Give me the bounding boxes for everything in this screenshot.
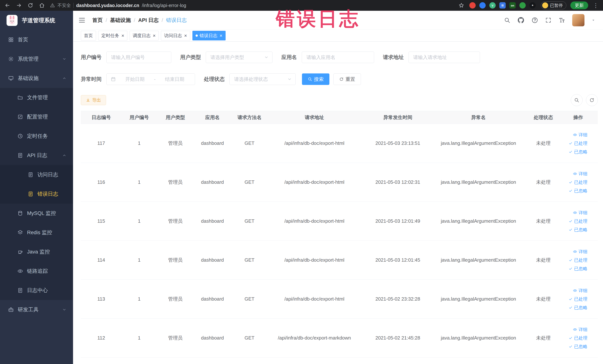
detail-link[interactable]: 详细 <box>573 288 587 294</box>
sidebar-item-13[interactable]: 日志中心 <box>0 281 73 300</box>
tab-close-icon[interactable]: × <box>121 33 124 38</box>
sidebar-item-label: 配置管理 <box>27 113 66 120</box>
process-status-select[interactable]: 请选择处理状态 <box>230 73 296 85</box>
user-avatar[interactable] <box>572 14 584 26</box>
processed-link[interactable]: 已处理 <box>568 179 587 185</box>
profile-chip[interactable]: 已暂停 <box>541 1 566 9</box>
sidebar-item-0[interactable]: 首页 <box>0 30 73 49</box>
font-size-icon[interactable] <box>558 17 565 23</box>
bookmark-star-icon[interactable] <box>459 3 464 8</box>
exception-time-range-picker[interactable]: 开始日期 - 结束日期 <box>106 73 195 85</box>
breadcrumb-api-log[interactable]: API 日志 <box>138 17 159 24</box>
security-label[interactable]: 不安全 <box>58 2 71 8</box>
cell-request-method: GET <box>231 163 268 201</box>
sidebar-item-11[interactable]: Java 监控 <box>0 242 73 261</box>
processed-link[interactable]: 已处理 <box>568 257 587 263</box>
sidebar: 芋道管理系统 首页系统管理基础设施文件管理配置管理定时任务API 日志访问日志错… <box>0 11 73 364</box>
record-extension-icon[interactable] <box>469 2 476 9</box>
sidebar-item-14[interactable]: 研发工具 <box>0 300 73 319</box>
table-row: 1161管理员dashboardGET/api/infra/db-doc/exp… <box>81 163 598 202</box>
cell-exception-name: java.lang.IllegalArgumentException <box>435 280 522 318</box>
detail-link[interactable]: 详细 <box>573 171 587 177</box>
export-button[interactable]: 导出 <box>81 95 106 105</box>
toggle-search-button[interactable] <box>571 94 583 106</box>
request-url-input[interactable] <box>408 52 480 63</box>
browser-menu-icon[interactable]: ⋮ <box>593 2 599 9</box>
tab-close-icon[interactable]: × <box>184 33 187 38</box>
switch-on-extension-icon[interactable]: on <box>509 2 516 9</box>
cell-actions: 详细已处理已忽略 <box>565 124 598 163</box>
sidebar-item-2[interactable]: 基础设施 <box>0 69 73 88</box>
chevron-up-icon <box>62 153 66 157</box>
sidebar-toggle-icon[interactable] <box>78 16 86 24</box>
security-warning-icon[interactable] <box>50 3 55 8</box>
tab-4[interactable]: 错误日志× <box>192 31 226 40</box>
reset-button[interactable]: 重置 <box>334 73 361 85</box>
user-type-placeholder: 请选择用户类型 <box>210 54 264 61</box>
breadcrumb-infra[interactable]: 基础设施 <box>110 17 131 24</box>
detail-link[interactable]: 详细 <box>573 132 587 138</box>
processed-link[interactable]: 已处理 <box>568 140 587 146</box>
leaf-extension-icon[interactable] <box>519 2 526 9</box>
cell-user-type: 管理员 <box>157 163 194 201</box>
tab-close-icon[interactable]: × <box>153 33 156 38</box>
address-bar[interactable]: 不安全 dashboard.yudao.iocoder.cn /infra/lo… <box>50 2 459 8</box>
check-icon <box>568 180 573 184</box>
sidebar-item-12[interactable]: 链路追踪 <box>0 261 73 281</box>
water-drop-extension-icon[interactable] <box>479 2 486 9</box>
home-icon[interactable] <box>39 2 45 8</box>
sidebar-item-1[interactable]: 系统管理 <box>0 49 73 69</box>
app-logo-icon <box>6 15 18 26</box>
search-icon[interactable] <box>504 17 510 23</box>
sidebar-item-4[interactable]: 配置管理 <box>0 107 73 127</box>
tab-2[interactable]: 调度日志× <box>129 31 159 40</box>
sidebar-item-9[interactable]: MySQL 监控 <box>0 204 73 223</box>
tab-0[interactable]: 首页 <box>81 31 96 40</box>
column-header-3: 应用名 <box>194 111 231 124</box>
detail-link[interactable]: 详细 <box>573 327 587 332</box>
app-logo-row[interactable]: 芋道管理系统 <box>0 11 73 30</box>
fullscreen-icon[interactable] <box>545 17 551 23</box>
processed-link[interactable]: 已处理 <box>568 335 587 341</box>
detail-link[interactable]: 详细 <box>573 210 587 216</box>
cell-exception-time: 2021-05-02 21:45:28 <box>361 318 435 357</box>
eye-icon <box>573 211 577 215</box>
reload-icon[interactable] <box>27 2 33 8</box>
ignored-link[interactable]: 已忽略 <box>568 227 587 233</box>
app-name-input[interactable] <box>302 52 374 63</box>
help-icon[interactable] <box>532 17 538 23</box>
ignored-link[interactable]: 已忽略 <box>568 305 587 311</box>
ignored-link[interactable]: 已忽略 <box>568 344 587 350</box>
ignored-link[interactable]: 已忽略 <box>568 188 587 194</box>
tab-close-icon[interactable]: × <box>220 33 222 38</box>
refresh-table-button[interactable] <box>586 94 598 106</box>
sidebar-item-6[interactable]: API 日志 <box>0 146 73 165</box>
sidebar-item-7[interactable]: 访问日志 <box>0 165 73 184</box>
search-button[interactable]: 搜索 <box>302 73 329 85</box>
sidebar-item-label: 访问日志 <box>37 171 66 178</box>
processed-link[interactable]: 已处理 <box>568 296 587 302</box>
tab-1[interactable]: 定时任务× <box>98 31 127 40</box>
forward-icon[interactable] <box>16 2 22 8</box>
vue-devtools-extension-icon[interactable]: V <box>489 2 496 9</box>
github-icon[interactable] <box>517 17 524 24</box>
breadcrumb-home[interactable]: 首页 <box>92 17 103 24</box>
tab-3[interactable]: 访问日志× <box>161 31 190 40</box>
request-url-label: 请求地址 <box>383 54 404 61</box>
sidebar-item-8[interactable]: 错误日志 <box>0 184 73 204</box>
pin-extension-icon[interactable]: ✦ <box>529 2 536 9</box>
detail-link[interactable]: 详细 <box>573 249 587 255</box>
ignored-link[interactable]: 已忽略 <box>568 149 587 155</box>
chevron-down-icon[interactable] <box>591 18 595 22</box>
user-type-select[interactable]: 请选择用户类型 <box>206 52 272 63</box>
ignored-link[interactable]: 已忽略 <box>568 266 587 272</box>
sidebar-item-10[interactable]: Redis 监控 <box>0 223 73 242</box>
grid-extension-icon[interactable]: ⊞ <box>499 2 506 9</box>
check-icon <box>568 258 573 262</box>
user-id-input[interactable] <box>106 52 171 63</box>
sidebar-item-3[interactable]: 文件管理 <box>0 88 73 107</box>
processed-link[interactable]: 已处理 <box>568 218 587 224</box>
sidebar-item-5[interactable]: 定时任务 <box>0 127 73 146</box>
browser-update-button[interactable]: 更新 <box>570 1 588 9</box>
back-icon[interactable] <box>4 2 10 8</box>
